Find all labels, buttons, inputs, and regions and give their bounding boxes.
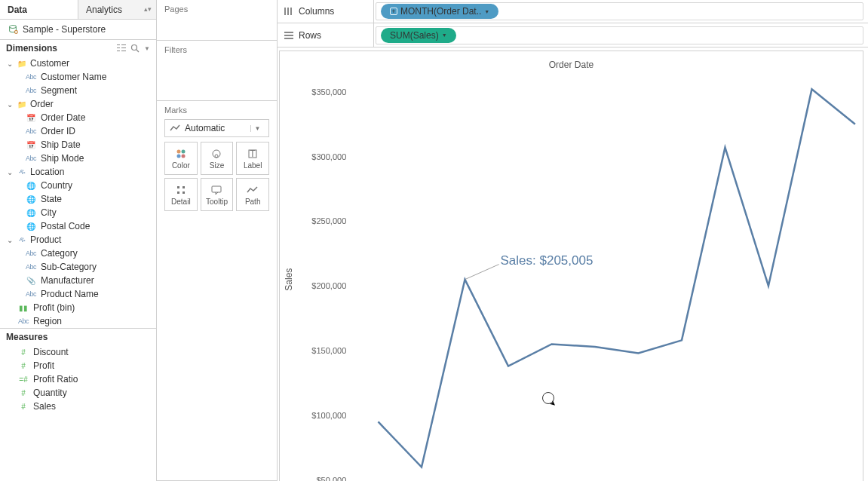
svg-text:T: T <box>250 149 256 159</box>
mark-type-select[interactable]: Automatic ▼ <box>164 119 269 137</box>
dim-region[interactable]: AbcRegion <box>0 314 156 328</box>
mark-path[interactable]: Path <box>236 178 269 211</box>
svg-rect-26 <box>284 32 293 33</box>
dimensions-tree: ⌄ 📁 Customer AbcCustomer Name AbcSegment… <box>0 57 156 481</box>
folder-label: Product <box>30 234 61 245</box>
label-icon: T <box>246 148 259 160</box>
number-type-icon: # <box>18 388 29 397</box>
svg-text:$300,000: $300,000 <box>311 152 346 161</box>
geo-type-icon: 🌐 <box>26 208 36 217</box>
folder-location[interactable]: ⌄ ዱ Location <box>0 165 156 179</box>
chevron-down-icon: ⌄ <box>6 100 14 109</box>
svg-rect-28 <box>284 38 293 39</box>
meas-profit[interactable]: #Profit <box>0 359 156 372</box>
svg-point-11 <box>181 149 185 153</box>
mark-size[interactable]: Size <box>201 142 234 175</box>
dim-product-name[interactable]: AbcProduct Name <box>0 287 156 301</box>
columns-pill[interactable]: + MONTH(Order Dat.. ▼ <box>381 4 498 19</box>
tab-analytics-label: Analytics <box>86 5 122 15</box>
svg-rect-24 <box>287 8 289 15</box>
number-type-icon: # <box>18 348 29 357</box>
svg-text:$200,000: $200,000 <box>311 281 346 290</box>
svg-rect-18 <box>177 186 179 188</box>
viz-canvas[interactable]: Order Date Sales $50,000$100,000$150,000… <box>279 51 863 481</box>
dim-order-id[interactable]: AbcOrder ID <box>0 124 156 138</box>
folder-label: Customer <box>30 58 69 69</box>
list-view-icon[interactable] <box>117 44 126 53</box>
datasource-name: Sample - Superstore <box>23 24 106 35</box>
dim-customer-name[interactable]: AbcCustomer Name <box>0 70 156 84</box>
number-type-icon: # <box>18 361 29 370</box>
pages-label: Pages <box>164 5 269 14</box>
tab-analytics[interactable]: Analytics ▴▾ <box>78 0 156 19</box>
dim-city[interactable]: 🌐City <box>0 206 156 219</box>
text-type-icon: Abc <box>26 290 36 299</box>
menu-caret-icon[interactable]: ▼ <box>144 45 150 52</box>
pages-card[interactable]: Pages <box>157 0 277 41</box>
text-type-icon: Abc <box>26 154 36 163</box>
mark-label[interactable]: TLabel <box>236 142 269 175</box>
chevron-down-icon: ⌄ <box>6 168 14 176</box>
svg-text:$100,000: $100,000 <box>311 411 346 420</box>
date-type-icon: 📅 <box>26 140 36 149</box>
folder-customer[interactable]: ⌄ 📁 Customer <box>0 57 156 70</box>
clip-type-icon: 📎 <box>26 276 36 285</box>
dim-segment[interactable]: AbcSegment <box>0 84 156 97</box>
mark-tooltip[interactable]: Tooltip <box>201 178 234 211</box>
dim-order-date[interactable]: 📅Order Date <box>0 111 156 124</box>
dim-country[interactable]: 🌐Country <box>0 179 156 192</box>
svg-rect-22 <box>212 186 221 192</box>
folder-order[interactable]: ⌄ 📁 Order <box>0 97 156 111</box>
datasource-row[interactable]: Sample - Superstore <box>0 20 156 40</box>
svg-rect-4 <box>117 51 120 51</box>
filters-card[interactable]: Filters <box>157 41 277 101</box>
chevron-down-icon: ⌄ <box>6 236 14 244</box>
rows-shelf[interactable]: Rows SUM(Sales) ▼ <box>278 23 868 47</box>
text-type-icon: Abc <box>26 86 36 95</box>
mark-color[interactable]: Color <box>164 142 198 175</box>
dim-postal-code[interactable]: 🌐Postal Code <box>0 219 156 233</box>
dim-ship-mode[interactable]: AbcShip Mode <box>0 152 156 165</box>
mark-type-value: Automatic <box>185 123 225 133</box>
svg-text:$350,000: $350,000 <box>311 87 346 97</box>
rows-icon <box>284 31 294 40</box>
svg-rect-19 <box>182 186 185 188</box>
annotation-leader <box>465 265 498 280</box>
chevron-down-icon: ▼ <box>250 125 264 132</box>
columns-icon <box>284 7 294 16</box>
rows-label: Rows <box>299 30 321 41</box>
svg-point-10 <box>176 149 180 153</box>
folder-product[interactable]: ⌄ ዱ Product <box>0 233 156 247</box>
text-type-icon: Abc <box>26 262 36 271</box>
dim-state[interactable]: 🌐State <box>0 192 156 206</box>
meas-sales[interactable]: #Sales <box>0 400 156 413</box>
meas-profit-ratio[interactable]: =#Profit Ratio <box>0 372 156 386</box>
search-icon[interactable] <box>130 44 140 53</box>
rows-pill[interactable]: SUM(Sales) ▼ <box>381 28 456 43</box>
svg-rect-5 <box>121 44 126 45</box>
mark-detail[interactable]: Detail <box>164 178 198 211</box>
dim-category[interactable]: AbcCategory <box>0 247 156 260</box>
tab-data[interactable]: Data <box>0 0 78 19</box>
meas-quantity[interactable]: #Quantity <box>0 386 156 400</box>
number-type-icon: # <box>18 402 29 411</box>
y-axis-label: Sales <box>284 268 294 291</box>
svg-point-15 <box>215 155 218 158</box>
svg-rect-20 <box>177 191 179 194</box>
annotation-label[interactable]: Sales: $205,005 <box>501 253 593 268</box>
columns-shelf[interactable]: Columns + MONTH(Order Dat.. ▼ <box>278 0 868 23</box>
dim-ship-date[interactable]: 📅Ship Date <box>0 138 156 152</box>
bin-type-icon: ▮▮ <box>18 303 29 312</box>
svg-rect-21 <box>182 191 185 194</box>
marks-label: Marks <box>164 106 269 115</box>
filters-label: Filters <box>164 45 269 54</box>
cards-pane: Pages Filters Marks Automatic ▼ Color Si… <box>157 0 278 481</box>
dim-profit-bin[interactable]: ▮▮Profit (bin) <box>0 301 156 314</box>
chart-title: Order Date <box>549 60 594 70</box>
text-type-icon: Abc <box>26 249 36 258</box>
meas-discount[interactable]: #Discount <box>0 345 156 359</box>
columns-label: Columns <box>299 6 334 17</box>
svg-rect-7 <box>121 51 126 51</box>
dim-sub-category[interactable]: AbcSub-Category <box>0 260 156 274</box>
dim-manufacturer[interactable]: 📎Manufacturer <box>0 274 156 287</box>
